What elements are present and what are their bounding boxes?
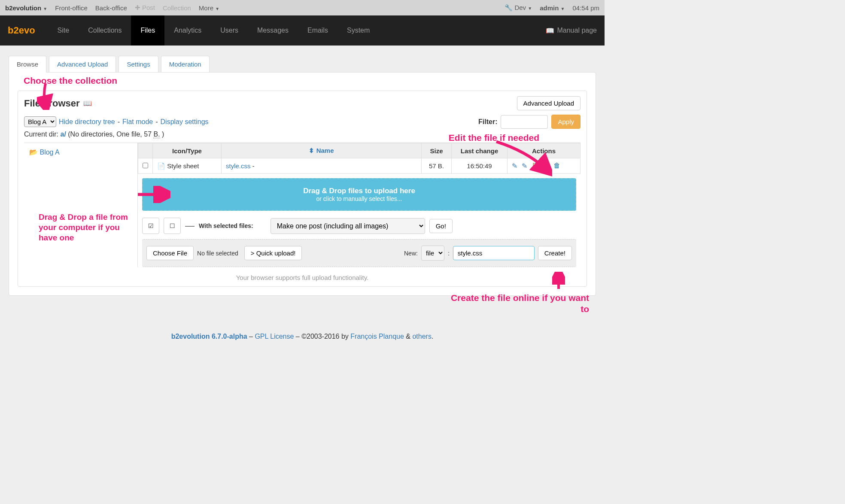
topbar-post[interactable]: ✚ Post (135, 4, 155, 12)
main-nav: b2evo Site Collections Files Analytics U… (0, 15, 605, 46)
col-icon-type[interactable]: Icon/Type (153, 143, 222, 158)
nav-site[interactable]: Site (48, 15, 79, 46)
topbar-brand[interactable]: b2evolution ▼ (5, 4, 47, 12)
nav-files[interactable]: Files (131, 15, 164, 46)
topbar-more[interactable]: More ▼ (199, 4, 219, 12)
manual-page-link[interactable]: 📖 Manual page (546, 27, 597, 35)
topbar-user[interactable]: admin ▼ (540, 4, 565, 12)
check-all-button[interactable]: ☑ (142, 218, 159, 234)
quick-upload-button[interactable]: > Quick upload! (244, 246, 302, 260)
with-selected-select[interactable]: Make one post (including all images) (271, 218, 425, 234)
filter-input[interactable] (501, 115, 548, 129)
file-name-link[interactable]: style.css (226, 162, 251, 170)
new-label: New: (404, 250, 418, 257)
new-name-input[interactable] (453, 246, 535, 260)
annotation-drag-drop: Drag & Drop a file from your computer if… (39, 212, 129, 243)
folder-open-icon: 📂 (29, 149, 38, 156)
current-dir-link[interactable]: a/ (60, 131, 66, 138)
go-button[interactable]: Go! (429, 219, 453, 233)
col-size[interactable]: Size (422, 143, 452, 158)
tree-blog-link[interactable]: 📂 Blog A (29, 149, 60, 156)
hide-tree-link[interactable]: Hide directory tree (59, 118, 115, 126)
annotation-edit-file: Edit the file if needed (449, 132, 539, 143)
row-checkbox[interactable] (143, 163, 148, 168)
panel: Choose the collection File browser 📖 Adv… (9, 72, 596, 296)
file-table: Icon/Type ⬍ Name Size Last change Action… (138, 143, 581, 174)
nav-users[interactable]: Users (211, 15, 248, 46)
upload-note: Your browser supports full upload functi… (24, 274, 581, 281)
nav-messages[interactable]: Messages (248, 15, 298, 46)
annotation-create-file: Create the file online if you want to (443, 292, 589, 315)
flat-mode-link[interactable]: Flat mode (122, 118, 153, 126)
display-settings-link[interactable]: Display settings (161, 118, 209, 126)
move-icon[interactable]: ⧉ (544, 162, 549, 170)
footer: b2evolution 6.7.0-alpha – GPL License – … (0, 326, 605, 345)
tab-advanced-upload[interactable]: Advanced Upload (49, 56, 116, 72)
new-type-select[interactable]: file (421, 246, 444, 261)
file-type: Style sheet (167, 162, 199, 170)
topbar-front-office[interactable]: Front-office (55, 4, 88, 12)
collection-select[interactable]: Blog A (24, 116, 56, 127)
no-file-label: No file selected (197, 250, 238, 257)
directory-tree: 📂 Blog A Drag & Drop a file from your co… (24, 143, 138, 267)
book-icon: 📖 (546, 27, 554, 35)
file-time: 16:50:49 (452, 158, 508, 174)
advanced-upload-button[interactable]: Advanced Upload (517, 96, 581, 110)
edit-props-icon[interactable]: ✎ (522, 162, 527, 170)
sort-icon: ⬍ (309, 147, 314, 154)
topbar-back-office[interactable]: Back-office (95, 4, 127, 12)
file-browser-title: File browser 📖 (24, 98, 92, 109)
book-icon: 📖 (83, 99, 92, 107)
nav-system[interactable]: System (337, 15, 379, 46)
footer-others-link[interactable]: others (412, 333, 431, 340)
create-button[interactable]: Create! (538, 246, 572, 260)
dropzone[interactable]: Drag & Drop files to upload here or clic… (142, 178, 576, 211)
nav-emails[interactable]: Emails (298, 15, 337, 46)
choose-file-button[interactable]: Choose File (146, 246, 194, 260)
with-selected-row: ☑ ☐ — With selected files: Make one post… (138, 215, 581, 237)
edit-icon[interactable]: ✎ (512, 162, 517, 170)
apply-button[interactable]: Apply (551, 115, 581, 129)
topbar-time: 04:54 pm (572, 4, 599, 12)
filter-label: Filter: (478, 118, 497, 126)
tab-moderation[interactable]: Moderation (161, 56, 210, 72)
nav-collections[interactable]: Collections (79, 15, 131, 46)
subtabs: Browse Advanced Upload Settings Moderati… (0, 46, 605, 72)
footer-brand-link[interactable]: b2evolution 6.7.0-alpha (171, 333, 247, 340)
file-icon: 📄 (157, 162, 165, 170)
bottom-row: Choose File No file selected > Quick upl… (142, 239, 576, 267)
copy-icon[interactable]: 📋 (532, 162, 540, 170)
file-browser: File browser 📖 Advanced Upload Blog A Hi… (18, 91, 587, 287)
col-actions: Actions (508, 143, 581, 158)
annotation-choose-collection: Choose the collection (24, 76, 117, 85)
tab-settings[interactable]: Settings (119, 56, 158, 72)
nav-analytics[interactable]: Analytics (164, 15, 211, 46)
file-dash: - (252, 162, 255, 170)
footer-license-link[interactable]: GPL License (255, 333, 294, 340)
logo[interactable]: b2evo (8, 25, 35, 36)
table-row: 📄 Style sheet style.css - 57 B. 16:50:49 (138, 158, 581, 174)
delete-icon[interactable]: 🗑 (553, 162, 560, 170)
tab-browse[interactable]: Browse (9, 56, 46, 73)
topbar-collection[interactable]: Collection (163, 4, 191, 12)
topbar-dev[interactable]: 🔧 Dev ▼ (505, 4, 532, 12)
col-name[interactable]: ⬍ Name (222, 143, 422, 158)
with-selected-label: With selected files: (199, 222, 253, 229)
topbar: b2evolution ▼ Front-office Back-office ✚… (0, 0, 605, 15)
uncheck-all-button[interactable]: ☐ (164, 218, 181, 234)
col-last-change[interactable]: Last change (452, 143, 508, 158)
footer-author-link[interactable]: François Planque (350, 333, 404, 340)
